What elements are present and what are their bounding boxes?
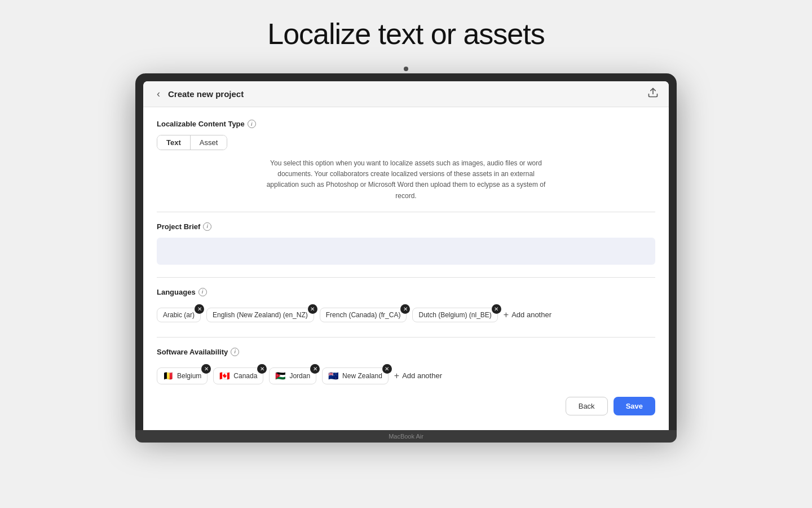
sw-tag-canada: 🇨🇦 Canada ✕ — [213, 367, 263, 384]
sw-tag-jordan-close[interactable]: ✕ — [310, 364, 320, 374]
laptop-frame: ‹ Create new project Localizable Content… — [135, 73, 677, 430]
back-button[interactable]: Back — [566, 397, 608, 415]
sw-tag-jordan-flag: 🇯🇴 — [275, 371, 286, 381]
software-add-another-label: Add another — [402, 371, 442, 380]
app-header: ‹ Create new project — [143, 81, 669, 107]
sw-tag-canada-name: Canada — [233, 372, 257, 380]
sw-tag-new-zealand-flag: 🇳🇿 — [328, 371, 339, 381]
languages-add-another-label: Add another — [511, 310, 551, 319]
language-tag-nl-be-name: Dutch (Belgium) (nl_BE) — [418, 311, 491, 319]
language-tag-en-nz-close[interactable]: ✕ — [308, 304, 317, 314]
language-tag-fr-ca-close[interactable]: ✕ — [400, 304, 410, 314]
project-brief-info-icon: i — [203, 222, 211, 231]
language-tag-en-nz: English (New Zealand) (en_NZ) ✕ — [206, 308, 314, 322]
page-title: Localize text or assets — [267, 17, 544, 51]
sw-tag-jordan-name: Jordan — [289, 372, 310, 380]
languages-section-label: Languages i — [157, 288, 655, 296]
software-add-icon: + — [394, 371, 399, 381]
language-tag-fr-ca: French (Canada) (fr_CA) ✕ — [320, 308, 407, 322]
tab-text[interactable]: Text — [157, 135, 191, 150]
content-type-section-label: Localizable Content Type i — [157, 120, 655, 128]
export-button[interactable] — [647, 87, 659, 101]
asset-description: You select this option when you want to … — [265, 158, 547, 202]
laptop-camera — [404, 67, 408, 71]
software-add-another-button[interactable]: + Add another — [394, 371, 442, 381]
language-tag-nl-be: Dutch (Belgium) (nl_BE) ✕ — [412, 308, 497, 322]
language-tag-fr-ca-name: French (Canada) (fr_CA) — [326, 311, 401, 319]
export-icon — [647, 87, 659, 98]
divider-3 — [157, 337, 655, 338]
software-availability-label: Software Availability i — [157, 348, 655, 356]
back-nav-button[interactable]: ‹ — [153, 87, 164, 101]
sw-tag-canada-flag: 🇨🇦 — [219, 371, 230, 381]
sw-tag-new-zealand-name: New Zealand — [342, 372, 382, 380]
sw-tag-new-zealand: 🇳🇿 New Zealand ✕ — [322, 367, 389, 384]
language-tag-en-nz-name: English (New Zealand) (en_NZ) — [213, 311, 308, 319]
app-header-title: Create new project — [168, 89, 244, 99]
content-type-tabs: Text Asset — [157, 135, 227, 150]
sw-tag-belgium-close[interactable]: ✕ — [201, 364, 211, 374]
sw-tag-canada-close[interactable]: ✕ — [257, 364, 267, 374]
language-tag-nl-be-close[interactable]: ✕ — [492, 304, 501, 314]
footer-buttons: Back Save — [157, 389, 655, 418]
divider-2 — [157, 277, 655, 278]
sw-tag-belgium: 🇧🇪 Belgium ✕ — [157, 367, 208, 384]
laptop-base: MacBook Air — [135, 430, 677, 443]
languages-add-icon: + — [504, 310, 509, 320]
app-body: Localizable Content Type i Text Asset Yo… — [143, 107, 669, 430]
sw-tag-jordan: 🇯🇴 Jordan ✕ — [269, 367, 316, 384]
save-button[interactable]: Save — [614, 397, 655, 415]
tab-asset[interactable]: Asset — [191, 135, 227, 150]
sw-tag-new-zealand-close[interactable]: ✕ — [382, 364, 392, 374]
laptop-screen: ‹ Create new project Localizable Content… — [143, 81, 669, 430]
software-availability-info-icon: i — [231, 348, 239, 356]
divider-1 — [157, 212, 655, 212]
language-tag-ar-close[interactable]: ✕ — [195, 304, 204, 314]
sw-tag-belgium-flag: 🇧🇪 — [163, 371, 174, 381]
header-left: ‹ Create new project — [153, 87, 244, 101]
language-tag-ar-name: Arabic (ar) — [163, 311, 195, 319]
languages-add-another-button[interactable]: + Add another — [504, 310, 551, 320]
languages-info-icon: i — [198, 288, 207, 296]
software-availability-tag-row: 🇧🇪 Belgium ✕ 🇨🇦 Canada ✕ 🇯🇴 Jordan ✕ 🇳🇿 — [157, 363, 655, 389]
project-brief-input[interactable] — [157, 238, 655, 265]
languages-tag-row: Arabic (ar) ✕ English (New Zealand) (en_… — [157, 303, 655, 327]
laptop-brand-label: MacBook Air — [389, 433, 423, 440]
language-tag-ar: Arabic (ar) ✕ — [157, 308, 201, 322]
project-brief-label: Project Brief i — [157, 222, 655, 231]
content-type-info-icon: i — [248, 120, 256, 128]
sw-tag-belgium-name: Belgium — [177, 372, 201, 380]
